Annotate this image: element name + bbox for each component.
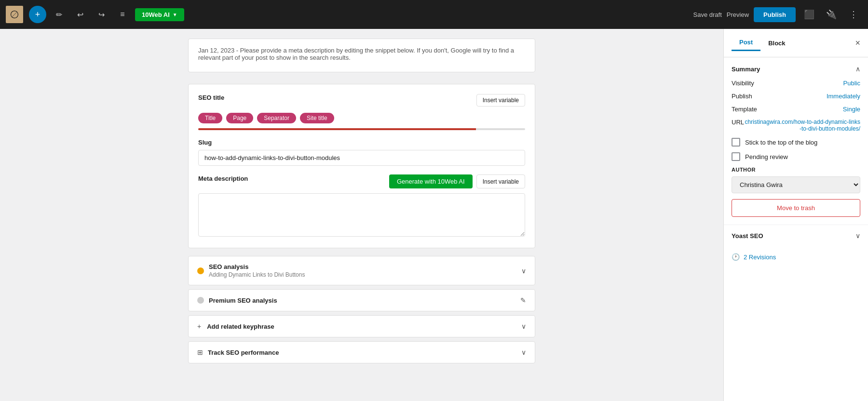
url-label: URL [732,119,744,126]
track-seo-title: Track SEO performance [208,349,279,356]
save-draft-button[interactable]: Save draft [693,11,722,18]
seo-analysis-chevron-icon: ∨ [521,267,526,275]
publish-label: Publish [732,93,752,100]
add-block-button[interactable]: + [29,6,46,23]
ai-label: 10Web AI [142,11,170,18]
tag-title: Title [198,113,222,123]
settings-toggle-button[interactable]: ⬛ [800,6,818,23]
summary-title: Summary [732,66,760,73]
publish-row: Publish Immediately [732,93,860,100]
tag-site-title: Site title [300,113,334,123]
stick-to-top-checkbox[interactable] [732,138,740,147]
author-select[interactable]: Christina Gwira [732,176,860,193]
meta-buttons: Generate with 10Web AI Insert variable [389,174,525,188]
visibility-value[interactable]: Public [843,80,860,87]
author-section: AUTHOR Christina Gwira [732,167,860,193]
generate-10web-ai-button[interactable]: Generate with 10Web AI [389,174,473,188]
revisions-link[interactable]: 2 Revisions [744,254,776,261]
seo-analysis-title-wrap: SEO analysis Adding Dynamic Links to Div… [209,263,305,278]
yoast-seo-section[interactable]: Yoast SEO ∨ [724,225,868,246]
right-sidebar: Post Block × Summary ∧ Visibility Public… [723,29,868,401]
seo-title-progress-bar [198,128,525,130]
snippet-date-value: Jan 12, 2023 [198,47,234,54]
toolbar: + ✏ ↩ ↪ ≡ 10Web AI ▼ Save draft Preview … [0,0,868,29]
add-keyphrase-chevron-icon: ∨ [521,322,526,330]
url-value[interactable]: christinagwira.com/how-to-add-dynamic-li… [744,119,860,132]
premium-seo-accordion: Premium SEO analysis ✎ [188,289,535,311]
plugins-button[interactable]: 🔌 [823,6,840,23]
yoast-collapse-icon[interactable]: ∨ [855,232,860,240]
track-seo-grid-icon: ⊞ [197,348,203,356]
meta-description-textarea[interactable] [198,193,525,237]
seo-analysis-accordion: SEO analysis Adding Dynamic Links to Div… [188,256,535,285]
pending-review-row: Pending review [732,152,860,161]
track-seo-header[interactable]: ⊞ Track SEO performance ∨ [197,348,526,356]
add-keyphrase-title: Add related keyphrase [207,323,274,330]
add-keyphrase-header[interactable]: + Add related keyphrase ∨ [197,322,526,330]
summary-section: Summary ∧ Visibility Public Publish Imme… [724,57,868,225]
author-label: AUTHOR [732,167,860,173]
premium-seo-status-dot [197,297,204,304]
publish-value[interactable]: Immediately [827,93,860,100]
more-options-button[interactable]: ⋮ [845,6,862,23]
premium-seo-header[interactable]: Premium SEO analysis ✎ [197,296,526,304]
ai-chevron-icon: ▼ [173,12,177,17]
template-label: Template [732,106,757,113]
stick-to-top-row: Stick to the top of the blog [732,138,860,147]
meta-description-row: Meta description Generate with 10Web AI … [198,174,525,188]
publish-button[interactable]: Publish [754,7,796,22]
premium-seo-edit-icon[interactable]: ✎ [520,296,526,304]
seo-analysis-status-dot [197,267,204,274]
sidebar-close-button[interactable]: × [855,38,860,48]
seo-analysis-subtitle: Adding Dynamic Links to Divi Buttons [209,271,305,278]
tab-post[interactable]: Post [732,35,760,51]
seo-title-label: SEO title [198,94,224,101]
template-row: Template Single [732,106,860,113]
stick-to-top-label: Stick to the top of the blog [745,139,817,146]
template-value[interactable]: Single [843,106,860,113]
meta-description-label: Meta description [198,175,248,182]
snippet-description: Please provide a meta description by edi… [198,47,514,61]
pending-review-checkbox[interactable] [732,152,740,161]
10web-ai-button[interactable]: 10Web AI ▼ [135,8,184,21]
tab-block[interactable]: Block [760,35,793,51]
slug-input[interactable] [198,150,525,166]
track-seo-left: ⊞ Track SEO performance [197,348,279,356]
undo-button[interactable]: ↩ [71,6,89,23]
snippet-date: Jan 12, 2023 - Please provide a meta des… [198,47,525,61]
slug-label: Slug [198,139,525,146]
seo-tags-row: Title Page Separator Site title [198,113,525,123]
visibility-row: Visibility Public [732,80,860,87]
insert-variable-button-2[interactable]: Insert variable [476,174,525,188]
summary-collapse-icon[interactable]: ∧ [855,65,860,73]
summary-section-header: Summary ∧ [732,65,860,73]
content-area: Jan 12, 2023 - Please provide a meta des… [0,29,723,401]
seo-analysis-header[interactable]: SEO analysis Adding Dynamic Links to Div… [197,263,526,278]
visibility-label: Visibility [732,80,754,87]
premium-seo-left: Premium SEO analysis [197,297,277,304]
seo-title-row: SEO title Insert variable [198,94,525,107]
tools-button[interactable]: ✏ [50,6,68,23]
sidebar-header: Post Block × [724,29,868,57]
url-row: URL christinagwira.com/how-to-add-dynami… [732,119,860,132]
yoast-seo-title: Yoast SEO [732,232,763,240]
main-layout: Jan 12, 2023 - Please provide a meta des… [0,29,868,401]
tag-page: Page [226,113,253,123]
revisions-clock-icon: 🕐 [732,253,740,261]
tag-separator: Separator [257,113,296,123]
seo-snippet-card: Jan 12, 2023 - Please provide a meta des… [188,39,535,72]
move-to-trash-button[interactable]: Move to trash [732,199,860,217]
preview-button[interactable]: Preview [727,11,749,18]
premium-seo-title: Premium SEO analysis [209,297,277,304]
seo-section: SEO title Insert variable Title Page Sep… [188,84,535,248]
pending-review-label: Pending review [745,153,788,160]
toolbar-right: Save draft Preview Publish ⬛ 🔌 ⋮ [693,6,862,23]
details-button[interactable]: ≡ [114,6,131,23]
seo-analysis-left: SEO analysis Adding Dynamic Links to Div… [197,263,305,278]
add-keyphrase-accordion: + Add related keyphrase ∨ [188,315,535,337]
insert-variable-button-1[interactable]: Insert variable [476,94,525,107]
revisions-section: 🕐 2 Revisions [724,246,868,267]
redo-button[interactable]: ↪ [93,6,110,23]
add-keyphrase-left: + Add related keyphrase [197,322,274,330]
wordpress-icon [10,10,19,19]
